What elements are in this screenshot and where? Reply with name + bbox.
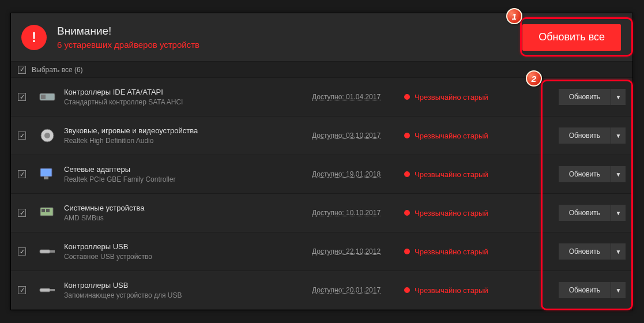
status-text: Чрезвычайно старый (415, 93, 488, 102)
device-icon (39, 204, 56, 221)
driver-list: ✓ Контроллеры IDE ATA/ATAPI Стандартный … (11, 78, 632, 310)
device-name: AMD SMBus (64, 214, 312, 222)
device-text: Контроллеры IDE ATA/ATAPI Стандартный ко… (64, 88, 312, 106)
available-link[interactable]: Доступно: 20.01.2017 (312, 286, 404, 294)
row-checkbox[interactable]: ✓ (18, 170, 26, 178)
device-icon (39, 127, 56, 144)
update-dropdown-button[interactable]: ▼ (611, 205, 626, 221)
available-link[interactable]: Доступно: 19.01.2018 (312, 170, 404, 178)
device-category: Звуковые, игровые и видеоустройства (64, 126, 312, 135)
status-badge: Чрезвычайно старый (404, 170, 508, 179)
update-button[interactable]: Обновить (559, 89, 611, 105)
header-title: Внимание! (57, 25, 522, 37)
driver-row: ✓ Системные устройства AMD SMBus Доступн… (11, 194, 632, 232)
device-category: Контроллеры IDE ATA/ATAPI (64, 88, 312, 96)
status-badge: Чрезвычайно старый (404, 247, 508, 256)
callout-badge-2: 2 (526, 70, 542, 87)
row-actions: Обновить ▼ (508, 282, 626, 298)
status-badge: Чрезвычайно старый (404, 93, 508, 102)
update-button[interactable]: Обновить (559, 243, 611, 260)
device-name: Realtek PCIe GBE Family Controller (64, 175, 312, 183)
status-text: Чрезвычайно старый (415, 170, 488, 179)
device-text: Контроллеры USB Запоминающее устройство … (64, 281, 312, 299)
device-name: Запоминающее устройство для USB (64, 291, 312, 299)
row-actions: Обновить ▼ (508, 205, 626, 221)
row-actions: Обновить ▼ (508, 89, 626, 105)
header-subtitle: 6 устаревших драйверов устройств (57, 40, 522, 50)
available-link[interactable]: Доступно: 01.04.2017 (312, 93, 404, 101)
row-checkbox[interactable]: ✓ (18, 132, 26, 140)
status-dot-icon (404, 133, 410, 138)
update-dropdown-button[interactable]: ▼ (611, 282, 626, 298)
update-button[interactable]: Обновить (559, 166, 611, 182)
warning-icon: ! (21, 25, 47, 50)
svg-rect-8 (46, 209, 50, 212)
device-category: Контроллеры USB (64, 242, 312, 251)
svg-rect-12 (50, 289, 55, 291)
status-dot-icon (404, 210, 410, 216)
callout-badge-1: 1 (506, 8, 522, 24)
available-link[interactable]: Доступно: 03.10.2017 (312, 132, 404, 140)
update-dropdown-button[interactable]: ▼ (611, 127, 626, 144)
svg-rect-5 (44, 176, 48, 179)
svg-rect-1 (41, 95, 46, 99)
svg-rect-4 (40, 168, 52, 176)
status-badge: Чрезвычайно старый (404, 286, 508, 295)
select-all-checkbox[interactable]: ✓ (18, 66, 26, 74)
device-category: Системные устройства (64, 204, 312, 212)
device-text: Системные устройства AMD SMBus (64, 204, 312, 222)
status-dot-icon (404, 249, 410, 254)
row-checkbox[interactable]: ✓ (18, 286, 26, 294)
header-text: Внимание! 6 устаревших драйверов устройс… (57, 25, 522, 50)
device-name: Составное USB устройство (64, 253, 312, 261)
device-icon (39, 166, 56, 183)
device-text: Сетевые адаптеры Realtek PCIe GBE Family… (64, 165, 312, 183)
update-button[interactable]: Обновить (559, 127, 611, 144)
device-text: Звуковые, игровые и видеоустройства Real… (64, 126, 312, 145)
status-dot-icon (404, 171, 410, 177)
driver-row: ✓ Контроллеры USB Составное USB устройст… (11, 232, 632, 271)
svg-rect-10 (50, 250, 55, 253)
status-text: Чрезвычайно старый (415, 209, 488, 217)
update-dropdown-button[interactable]: ▼ (611, 89, 626, 105)
header: ! Внимание! 6 устаревших драйверов устро… (11, 13, 632, 62)
status-text: Чрезвычайно старый (415, 132, 488, 140)
update-dropdown-button[interactable]: ▼ (611, 166, 626, 182)
device-category: Сетевые адаптеры (64, 165, 312, 174)
device-name: Realtek High Definition Audio (64, 137, 312, 145)
device-icon (39, 281, 56, 299)
status-dot-icon (404, 94, 410, 100)
device-icon (39, 243, 56, 260)
available-link[interactable]: Доступно: 22.10.2012 (312, 247, 404, 256)
update-button[interactable]: Обновить (559, 205, 611, 221)
select-all-label: Выбрать все (6) (32, 66, 83, 74)
update-all-button[interactable]: Обновить все (522, 24, 621, 51)
status-dot-icon (404, 287, 410, 293)
status-badge: Чрезвычайно старый (404, 132, 508, 140)
status-badge: Чрезвычайно старый (404, 209, 508, 217)
device-text: Контроллеры USB Составное USB устройство (64, 242, 312, 261)
update-button[interactable]: Обновить (559, 282, 611, 298)
device-category: Контроллеры USB (64, 281, 312, 290)
device-icon (39, 88, 56, 106)
row-checkbox[interactable]: ✓ (18, 209, 26, 217)
svg-rect-7 (42, 209, 45, 212)
svg-rect-9 (40, 250, 50, 253)
row-checkbox[interactable]: ✓ (18, 247, 26, 256)
row-actions: Обновить ▼ (508, 166, 626, 182)
driver-row: ✓ Сетевые адаптеры Realtek PCIe GBE Fami… (11, 155, 632, 194)
status-text: Чрезвычайно старый (415, 247, 488, 256)
svg-rect-11 (40, 288, 50, 292)
row-actions: Обновить ▼ (508, 243, 626, 260)
available-link[interactable]: Доступно: 10.10.2017 (312, 209, 404, 217)
driver-row: ✓ Звуковые, игровые и видеоустройства Re… (11, 117, 632, 155)
row-checkbox[interactable]: ✓ (18, 93, 26, 101)
device-name: Стандартный контроллер SATA AHCI (64, 98, 312, 106)
row-actions: Обновить ▼ (508, 127, 626, 144)
update-dropdown-button[interactable]: ▼ (611, 243, 626, 260)
driver-row: ✓ Контроллеры USB Запоминающее устройств… (11, 271, 632, 310)
app-window: ! Внимание! 6 устаревших драйверов устро… (10, 13, 633, 310)
status-text: Чрезвычайно старый (415, 286, 488, 295)
svg-point-3 (44, 133, 50, 138)
